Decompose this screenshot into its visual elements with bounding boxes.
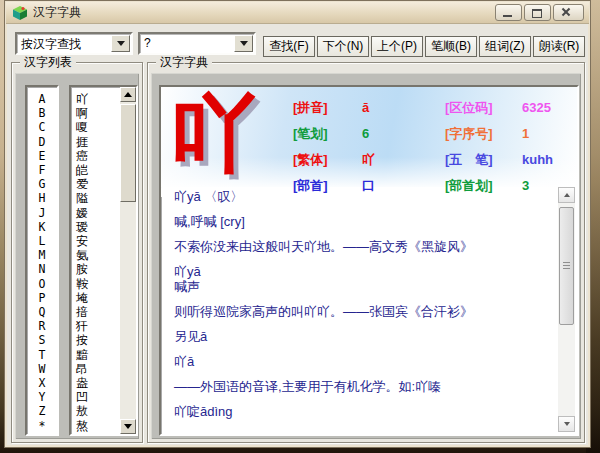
chevron-down-icon: [117, 41, 125, 46]
definition-paragraph: ——外国语的音译,主要用于有机化学。如:吖嗪: [174, 379, 545, 394]
toolbar-button[interactable]: 笔顺(B): [425, 36, 477, 57]
field-label: [字序号]: [445, 121, 522, 147]
letter-item[interactable]: S: [27, 333, 57, 347]
toolbar-button[interactable]: 朗读(R): [533, 36, 585, 57]
character-item[interactable]: 嗄: [76, 120, 118, 134]
character-item[interactable]: 黯: [76, 348, 118, 362]
scroll-down-button[interactable]: [558, 416, 575, 432]
letter-item[interactable]: T: [27, 348, 57, 362]
query-combobox[interactable]: ?: [138, 32, 256, 55]
field-value: 6: [362, 126, 369, 141]
window-controls: [495, 4, 584, 21]
fields-column-left: [拼音]ā[笔划]6[繁体]吖[部首]口: [293, 95, 375, 199]
letter-item[interactable]: L: [27, 234, 57, 248]
character-item[interactable]: 熬: [76, 419, 118, 432]
scrollbar-thumb[interactable]: [120, 104, 136, 202]
definition-paragraph: 吖yā 喊声: [174, 264, 545, 294]
arrow-up-icon: [124, 92, 132, 97]
letter-item[interactable]: F: [27, 163, 57, 177]
search-mode-combobox[interactable]: 按汉字查找: [15, 32, 133, 55]
letter-item[interactable]: G: [27, 177, 57, 191]
minimize-button[interactable]: [495, 4, 522, 21]
toolbar-button[interactable]: 下个(N): [317, 36, 369, 57]
letter-item[interactable]: K: [27, 220, 57, 234]
field-label: [繁体]: [293, 147, 362, 173]
character-item[interactable]: 啊: [76, 106, 118, 120]
letter-item[interactable]: C: [27, 120, 57, 134]
definition-paragraph: 另见ā: [174, 329, 545, 344]
letter-item[interactable]: O: [27, 277, 57, 291]
maximize-button[interactable]: [524, 4, 551, 21]
character-item[interactable]: 癌: [76, 149, 118, 163]
char-list-groupbox: 汉字列表 ABCDEFGHJKLMNOPQRSTWXYZ* 吖啊嗄捱癌皑爱隘嫒瑷…: [11, 62, 143, 443]
app-icon[interactable]: [12, 5, 28, 21]
toolbar-button[interactable]: 组词(Z): [479, 36, 531, 57]
query-dropdown-button[interactable]: [234, 35, 253, 52]
letter-item[interactable]: X: [27, 376, 57, 390]
thumb-grip-icon: [563, 262, 570, 270]
toolbar-button[interactable]: 查找(F): [263, 36, 315, 57]
character-item[interactable]: 昂: [76, 362, 118, 376]
character-item[interactable]: 安: [76, 234, 118, 248]
letter-item[interactable]: H: [27, 191, 57, 205]
character-item[interactable]: 瑷: [76, 220, 118, 234]
letter-item[interactable]: A: [27, 92, 57, 106]
letter-item[interactable]: Y: [27, 390, 57, 404]
character-item[interactable]: 盎: [76, 376, 118, 390]
character-item[interactable]: 皑: [76, 163, 118, 177]
search-mode-value: 按汉字查找: [21, 36, 81, 53]
character-item[interactable]: 犴: [76, 319, 118, 333]
letter-item[interactable]: B: [27, 106, 57, 120]
toolbar-button[interactable]: 上个(P): [371, 36, 423, 57]
character-item[interactable]: 埯: [76, 291, 118, 305]
letter-item[interactable]: J: [27, 206, 57, 220]
search-mode-dropdown-button[interactable]: [111, 35, 130, 52]
character-item[interactable]: 吖: [76, 92, 118, 106]
character-item[interactable]: 爱: [76, 177, 118, 191]
letter-item[interactable]: P: [27, 291, 57, 305]
dictionary-content: 吖 [拼音]ā[笔划]6[繁体]吖[部首]口 [区位码]6325[字序号]1[五…: [159, 85, 579, 436]
scrollbar-thumb[interactable]: [559, 207, 574, 325]
definition-scrollbar[interactable]: [558, 187, 575, 432]
scroll-down-button[interactable]: [120, 419, 136, 434]
character-item[interactable]: 鞍: [76, 277, 118, 291]
definition-paragraph: 喊,呼喊 [cry]: [174, 214, 545, 229]
letter-item[interactable]: E: [27, 149, 57, 163]
letter-item[interactable]: N: [27, 262, 57, 276]
letter-item[interactable]: W: [27, 362, 57, 376]
headword: 吖: [171, 87, 257, 179]
field-value: 6325: [522, 100, 551, 115]
scroll-up-button[interactable]: [558, 187, 575, 203]
character-item[interactable]: 嫒: [76, 206, 118, 220]
maximize-icon: [532, 9, 542, 18]
close-button[interactable]: [553, 4, 584, 21]
scroll-up-button[interactable]: [120, 87, 136, 102]
letter-item[interactable]: M: [27, 248, 57, 262]
dictionary-field-row: [拼音]ā: [293, 95, 375, 121]
character-item[interactable]: 凹: [76, 390, 118, 404]
character-item[interactable]: 敖: [76, 404, 118, 418]
character-listbox[interactable]: 吖啊嗄捱癌皑爱隘嫒瑷安氨胺鞍埯揞犴按黯昂盎凹敖熬: [69, 85, 138, 436]
definition-paragraph: 吖啶ādìng: [174, 404, 545, 419]
character-item[interactable]: 隘: [76, 191, 118, 205]
field-value: kuhh: [522, 152, 553, 167]
query-value: ?: [144, 36, 151, 50]
character-list: 吖啊嗄捱癌皑爱隘嫒瑷安氨胺鞍埯揞犴按黯昂盎凹敖熬: [73, 89, 118, 432]
character-item[interactable]: 胺: [76, 262, 118, 276]
letter-listbox[interactable]: ABCDEFGHJKLMNOPQRSTWXYZ*: [25, 85, 59, 436]
toolbar-buttons: 查找(F)下个(N)上个(P)笔顺(B)组词(Z)朗读(R): [263, 36, 585, 57]
character-list-scrollbar[interactable]: [120, 87, 136, 434]
letter-item[interactable]: R: [27, 319, 57, 333]
character-item[interactable]: 氨: [76, 248, 118, 262]
dictionary-field-row: [区位码]6325: [445, 95, 553, 121]
definition-paragraph: 不索你没来由这般叫天吖地。——高文秀《黑旋风》: [174, 239, 545, 254]
letter-item[interactable]: D: [27, 135, 57, 149]
definition-text[interactable]: 吖yā 〈叹〉喊,呼喊 [cry]不索你没来由这般叫天吖地。——高文秀《黑旋风》…: [161, 187, 577, 434]
character-item[interactable]: 揞: [76, 305, 118, 319]
minimize-icon: [503, 15, 512, 17]
letter-item[interactable]: Z: [27, 404, 57, 418]
letter-item[interactable]: Q: [27, 305, 57, 319]
character-item[interactable]: 捱: [76, 135, 118, 149]
letter-item[interactable]: *: [27, 419, 57, 433]
character-item[interactable]: 按: [76, 333, 118, 347]
